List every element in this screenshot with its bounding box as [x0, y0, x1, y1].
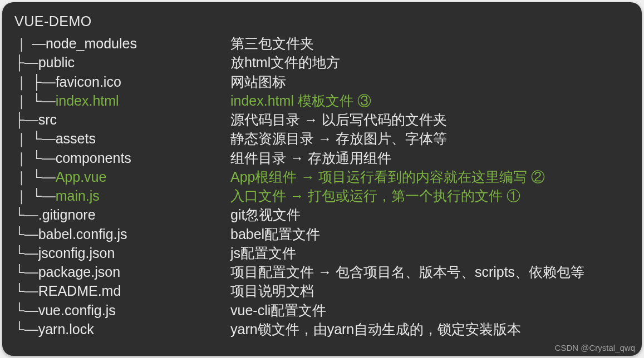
- tree-filename: package.json: [38, 262, 120, 281]
- tree-filename: babel.config.js: [38, 225, 127, 243]
- tree-row: ｜ ├—favicon.ico网站图标: [14, 72, 630, 91]
- tree-filename: yarn.lock: [38, 320, 94, 339]
- tree-row: └—yarn.lockyarn锁文件，由yarn自动生成的，锁定安装版本: [14, 320, 630, 339]
- tree-prefix: ｜ └—: [14, 186, 56, 205]
- tree-description: 入口文件 → 打包或运行，第一个执行的文件 ①: [230, 186, 520, 205]
- tree-filename: jsconfig.json: [38, 243, 115, 262]
- tree-filename: favicon.ico: [56, 72, 121, 91]
- tree-filename: App.vue: [56, 167, 107, 186]
- tree-description: 网站图标: [230, 72, 286, 91]
- tree-prefix: └—: [14, 205, 38, 224]
- tree-filename: vue.config.js: [38, 301, 116, 320]
- tree-row: ｜ └—main.js入口文件 → 打包或运行，第一个执行的文件 ①: [14, 186, 630, 205]
- tree-row: └—vue.config.jsvue-cli配置文件: [14, 301, 630, 320]
- tree-row: ｜ └—assets静态资源目录 → 存放图片、字体等: [14, 129, 630, 148]
- tree-row: └—package.json项目配置文件 → 包含项目名、版本号、scripts…: [14, 262, 630, 281]
- tree-row: ｜ └—index.htmlindex.html 模板文件 ③: [14, 91, 630, 110]
- tree-row: ├—public放html文件的地方: [14, 53, 630, 72]
- tree-prefix: ｜ └—: [14, 129, 56, 148]
- tree-row: ｜ —node_modules第三包文件夹: [14, 34, 630, 53]
- tree-description: 项目说明文档: [230, 281, 314, 300]
- tree-description: vue-cli配置文件: [230, 301, 326, 320]
- tree-description: babel配置文件: [230, 225, 320, 243]
- tree-filename: src: [38, 110, 57, 129]
- tree-row: ｜ └—App.vueApp根组件 → 项目运行看到的内容就在这里编写 ②: [14, 167, 630, 186]
- tree-description: 静态资源目录 → 存放图片、字体等: [230, 129, 447, 148]
- tree-list: ｜ —node_modules第三包文件夹├—public放html文件的地方｜…: [14, 34, 630, 339]
- tree-description: App根组件 → 项目运行看到的内容就在这里编写 ②: [230, 167, 545, 186]
- tree-description: yarn锁文件，由yarn自动生成的，锁定安装版本: [230, 320, 521, 339]
- tree-filename: assets: [56, 129, 96, 148]
- tree-description: git忽视文件: [230, 205, 301, 224]
- tree-filename: node_modules: [46, 34, 137, 53]
- tree-filename: public: [38, 53, 75, 72]
- tree-row: └—README.md项目说明文档: [14, 281, 630, 300]
- tree-prefix: ├—: [14, 110, 38, 129]
- tree-row: └—jsconfig.jsonjs配置文件: [14, 243, 630, 262]
- tree-filename: .gitignore: [38, 205, 96, 224]
- tree-filename: main.js: [56, 186, 100, 205]
- tree-prefix: ├—: [14, 53, 38, 72]
- tree-prefix: ｜ └—: [14, 167, 56, 186]
- tree-description: 第三包文件夹: [230, 34, 314, 53]
- tree-row: └—.gitignoregit忽视文件: [14, 205, 630, 224]
- tree-prefix: └—: [14, 301, 38, 320]
- tree-filename: components: [56, 148, 131, 167]
- tree-prefix: ｜ └—: [14, 148, 56, 167]
- tree-row: └—babel.config.jsbabel配置文件: [14, 225, 630, 243]
- tree-prefix: └—: [14, 320, 38, 339]
- tree-filename: index.html: [56, 91, 119, 110]
- directory-tree-panel: VUE-DEMO ｜ —node_modules第三包文件夹├—public放h…: [2, 2, 642, 356]
- tree-row: ├—src源代码目录 → 以后写代码的文件夹: [14, 110, 630, 129]
- tree-description: 放html文件的地方: [230, 53, 340, 72]
- tree-description: index.html 模板文件 ③: [230, 91, 371, 110]
- tree-description: 组件目录 → 存放通用组件: [230, 148, 391, 167]
- tree-prefix: └—: [14, 243, 38, 262]
- panel-title: VUE-DEMO: [14, 13, 630, 29]
- tree-filename: README.md: [38, 281, 121, 300]
- tree-prefix: └—: [14, 225, 38, 243]
- tree-description: 项目配置文件 → 包含项目名、版本号、scripts、依赖包等: [230, 262, 584, 281]
- tree-description: js配置文件: [230, 243, 296, 262]
- tree-prefix: └—: [14, 281, 38, 300]
- tree-prefix: └—: [14, 262, 38, 281]
- tree-row: ｜ └—components组件目录 → 存放通用组件: [14, 148, 630, 167]
- tree-prefix: ｜ ├—: [14, 72, 56, 91]
- tree-description: 源代码目录 → 以后写代码的文件夹: [230, 110, 447, 129]
- tree-prefix: ｜ └—: [14, 91, 56, 110]
- tree-prefix: ｜ —: [14, 34, 46, 53]
- attribution-text: CSDN @Crystal_qwq: [555, 343, 635, 352]
